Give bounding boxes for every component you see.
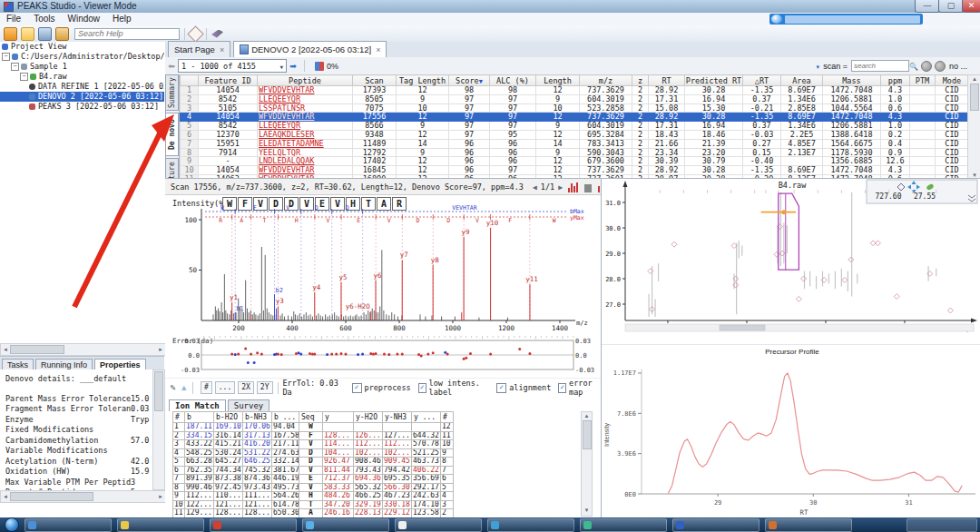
screen-recorder-badge[interactable]: [769, 14, 923, 25]
table-row[interactable]: 414054WFVDDVEVHTAR1755612979712737.36292…: [181, 113, 969, 122]
ion-table-row[interactable]: 11129...128...128...650.30A246.16228.132…: [173, 509, 454, 518]
properties-vscrollbar[interactable]: [152, 369, 165, 490]
column-header[interactable]: Score▼: [449, 75, 490, 86]
minimize-button[interactable]: —: [915, 0, 940, 13]
control-button-2X[interactable]: 2X: [238, 381, 254, 394]
tree-item[interactable]: PEAKS 3 [2022-05-06 03:12]: [0, 102, 164, 112]
column-header[interactable]: Area: [781, 75, 823, 86]
tree-item[interactable]: Sample 1: [0, 62, 164, 72]
taskbar-item[interactable]: [672, 518, 760, 532]
row-range-dropdown[interactable]: 1 - 1000 of 4155: [178, 59, 287, 73]
close-icon[interactable]: [376, 45, 380, 54]
scroll-thumb[interactable]: [154, 371, 163, 411]
column-header[interactable]: Peptide: [258, 75, 353, 86]
control-button-2Y[interactable]: 2Y: [257, 381, 273, 394]
column-header[interactable]: ALC (%): [490, 75, 536, 86]
pen-tool-icon[interactable]: ✎: [170, 383, 176, 392]
error-map-canvas[interactable]: Error (da)0.030.030.00.0-0.03-0.03: [165, 335, 601, 378]
tree-item[interactable]: C:/Users/Administrator/Desktop/搜索: [0, 52, 164, 62]
column-header[interactable]: Scan: [353, 75, 397, 86]
filter-icon[interactable]: [315, 62, 324, 71]
table-vscrollbar[interactable]: ▴ ▾: [967, 74, 980, 180]
ion-table-row[interactable]: 5663.28645.27646.25332.14D926.47908.4690…: [173, 458, 454, 467]
control-button-[interactable]: ...: [215, 381, 235, 394]
ion-table-row[interactable]: 4548.25530.24531.22274.63D104...102...10…: [173, 448, 454, 458]
close-icon[interactable]: [220, 45, 224, 54]
pager-next-icon[interactable]: [558, 182, 563, 192]
ion-table-row[interactable]: 6762.35744.34745.32381.67V811.44793.4379…: [173, 466, 454, 475]
ion-table-vscrollbar[interactable]: ▴ ▾: [581, 411, 593, 517]
taskbar-item[interactable]: [24, 518, 112, 532]
search-clear-button[interactable]: [935, 61, 946, 72]
table-row[interactable]: 87914YEELQLTQR12792996969590.3043223.342…: [181, 148, 969, 157]
scroll-right-icon[interactable]: ▸: [156, 345, 165, 354]
checkbox-alignment[interactable]: alignment: [496, 379, 551, 397]
diamond-tool-icon[interactable]: [187, 25, 203, 42]
peak-tool-icon[interactable]: ▲: [180, 383, 188, 392]
tree-expand-icon[interactable]: [11, 63, 19, 71]
precursor-profile-canvas[interactable]: Precursor ProfileIntensity0E03.9E67.8E61…: [602, 344, 980, 518]
table-row[interactable]: 715951ELEDATETADAMNE1148914969614783.341…: [181, 139, 969, 148]
menu-item-file[interactable]: File: [0, 13, 27, 25]
start-button[interactable]: [5, 517, 19, 532]
checkbox-icon[interactable]: [418, 383, 426, 393]
column-header[interactable]: Length: [536, 75, 580, 86]
taskbar-item[interactable]: [210, 518, 297, 532]
open-folder-icon[interactable]: [21, 27, 34, 41]
tree-expand-icon[interactable]: [20, 73, 28, 81]
import-icon[interactable]: [55, 27, 69, 41]
column-header[interactable]: ppm: [881, 75, 910, 86]
table-row[interactable]: 28542LLEQEEYQR8505997979604.3019217.3116…: [181, 94, 969, 103]
tree-item[interactable]: DATA REFINE 1 [2022-05-06 03:12]: [0, 82, 164, 92]
checkbox-icon[interactable]: [496, 383, 506, 393]
prev-page-button[interactable]: [165, 60, 178, 73]
tree-item[interactable]: DENOVO 2 [2022-05-06 03:12]: [0, 92, 164, 102]
column-header[interactable]: Tag Length: [397, 75, 449, 86]
scroll-up-icon[interactable]: ▴: [582, 412, 592, 419]
column-header[interactable]: △RT: [743, 75, 781, 86]
scan-search-input[interactable]: [851, 60, 909, 72]
spectrum-view-icon[interactable]: [568, 182, 579, 192]
scroll-thumb[interactable]: [10, 345, 64, 354]
taskbar-item[interactable]: [580, 518, 667, 532]
ion-table-row[interactable]: 1187.11169.10170.0694.04W12: [173, 423, 454, 432]
ion-table-row[interactable]: 9112...110...111...564.26H484.26466.2546…: [173, 492, 454, 501]
scroll-right-icon[interactable]: ▸: [156, 492, 165, 501]
taskbar-item[interactable]: [395, 518, 482, 532]
tab-ion-match[interactable]: Ion Match: [169, 399, 226, 411]
brush-tool-icon[interactable]: [211, 30, 223, 38]
tree-item[interactable]: Project View: [0, 42, 164, 52]
column-header[interactable]: [181, 75, 199, 86]
control-button-[interactable]: #: [201, 381, 212, 394]
table-row[interactable]: 9-LNDLEDALQQAK1740212969612679.3600230.3…: [181, 157, 969, 166]
checkbox-icon[interactable]: [352, 383, 362, 393]
search-icon[interactable]: [909, 62, 918, 71]
ion-table-row[interactable]: 8990.46972.45973.43495.73V583.33565.3256…: [173, 483, 454, 492]
properties-hscrollbar[interactable]: ◂ ▸: [0, 490, 166, 503]
column-header[interactable]: Mode: [936, 75, 969, 86]
table-row[interactable]: 35105LSSPATLNSR707510979710523.2858215.0…: [181, 103, 969, 113]
view-tab-denovo[interactable]: De novo: [165, 113, 179, 156]
document-tab[interactable]: DENOVO 2 [2022-05-06 03:12]: [233, 41, 387, 57]
system-tray[interactable]: [906, 518, 977, 532]
search-go-button[interactable]: [921, 61, 932, 72]
pager-prev-icon[interactable]: [533, 182, 537, 192]
column-header[interactable]: Mass: [823, 75, 881, 86]
table-row[interactable]: 114054WFVDDVEVHTAR1739312989812737.36292…: [181, 86, 969, 95]
tree-hscrollbar[interactable]: ◂ ▸: [0, 343, 166, 356]
column-header[interactable]: PTM: [910, 75, 936, 86]
tree-item[interactable]: B4.raw: [0, 72, 164, 82]
new-project-icon[interactable]: [4, 27, 17, 41]
maximize-button[interactable]: ▢: [938, 0, 964, 13]
column-header[interactable]: z: [632, 75, 649, 86]
column-header[interactable]: m/z: [580, 75, 632, 86]
table-row[interactable]: 58542LLEQEEYQR8566997979604.3019217.3116…: [181, 122, 969, 131]
scroll-left-icon[interactable]: ◂: [1, 345, 10, 354]
close-button[interactable]: ✕: [962, 0, 980, 13]
lcms-heatmap-canvas[interactable]: B4.raw727.6027.5531.030.029.028.027.0730…: [602, 179, 980, 344]
taskbar-item[interactable]: [302, 518, 389, 532]
scroll-up-icon[interactable]: ▴: [968, 75, 980, 83]
table-row[interactable]: 1014054WFVDDVEVHTAR1684512969712737.3629…: [181, 166, 969, 175]
help-search-input[interactable]: [74, 28, 180, 40]
scroll-down-icon[interactable]: ▾: [582, 507, 592, 514]
